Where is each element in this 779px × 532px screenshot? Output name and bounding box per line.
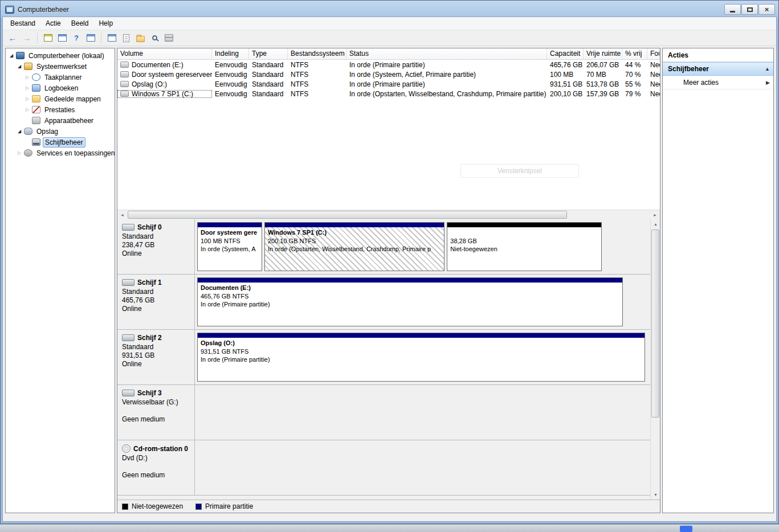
disk-info-schijf1[interactable]: Schijf 1 Standaard 465,76 GB Online	[117, 275, 195, 329]
back-icon: ←	[9, 34, 17, 42]
column-header-bestandssysteem[interactable]: Bestandssysteem	[288, 48, 346, 59]
menu-actie[interactable]: Actie	[40, 18, 66, 29]
volume-row-documenten[interactable]: Documenten (E:) Eenvoudig Standaard NTFS…	[117, 60, 660, 69]
properties-icon	[87, 34, 95, 42]
menu-beeld[interactable]: Beeld	[66, 18, 94, 29]
partition-windows7[interactable]: Windows 7 SP1 (C:) 200,10 GB NTFS In ord…	[264, 222, 444, 271]
primary-partition-color-chip	[195, 504, 202, 510]
disk-drive-icon	[122, 334, 134, 341]
disk-management-button[interactable]	[162, 32, 175, 44]
event-viewer-icon	[32, 84, 40, 92]
scroll-down-button[interactable]: ▼	[651, 490, 660, 500]
disk-info-schijf2[interactable]: Schijf 2 Standaard 931,51 GB Online	[117, 330, 195, 384]
action-meer-acties[interactable]: Meer acties ▶	[663, 76, 773, 89]
tree-item-prestaties[interactable]: ▷ Prestaties	[7, 104, 113, 115]
disk-info-schijf0[interactable]: Schijf 0 Standaard 238,47 GB Online	[117, 219, 195, 274]
tree-item-computerbeheer[interactable]: ◢ Computerbeheer (lokaal)	[7, 50, 113, 61]
horizontal-scrollbar[interactable]: ◄ ►	[117, 210, 660, 219]
disk-row-schijf2: Schijf 2 Standaard 931,51 GB Online Opsl…	[117, 330, 650, 385]
new-window-button[interactable]	[105, 32, 118, 44]
column-header-indeling[interactable]: Indeling	[212, 48, 249, 59]
partition-opslag[interactable]: Opslag (O:) 931,51 GB NTFS In orde (Prim…	[197, 333, 645, 382]
tree-item-systeemwerkset[interactable]: ◢ Systeemwerkset	[7, 61, 113, 72]
collapsed-arrow-icon[interactable]: ▷	[16, 150, 23, 155]
volume-row-opslag[interactable]: Opslag (O:) Eenvoudig Standaard NTFS In …	[117, 79, 660, 89]
titlebar[interactable]: Computerbeheer ×	[1, 1, 778, 17]
column-header-type[interactable]: Type	[249, 48, 288, 59]
partition-documenten[interactable]: Documenten (E:) 465,76 GB NTFS In orde (…	[197, 277, 623, 326]
tree-item-logboeken[interactable]: ▷ Logboeken	[7, 83, 113, 93]
tree-item-apparaatbeheer[interactable]: Apparaatbeheer	[7, 115, 113, 126]
column-header-status[interactable]: Status	[346, 48, 547, 59]
close-button[interactable]: ×	[758, 4, 775, 15]
minimize-button[interactable]	[724, 4, 741, 15]
partition-unallocated[interactable]: 38,28 GB Niet-toegewezen	[447, 222, 602, 271]
column-header-pct-vrij[interactable]: % vrij	[622, 48, 647, 59]
show-console-tree-button[interactable]	[42, 32, 54, 44]
expanded-arrow-icon[interactable]: ◢	[16, 129, 23, 134]
disk-info-schijf3[interactable]: Schijf 3 Verwisselbaar (G:) Geen medium	[117, 385, 195, 440]
snip-watermark: Vensterknipsel	[460, 164, 579, 178]
scroll-up-button[interactable]: ▲	[651, 219, 660, 229]
tree-item-opslag[interactable]: ◢ Opslag	[7, 126, 113, 137]
vertical-scrollbar[interactable]: ▲ ▼	[650, 219, 660, 500]
cd-rom-icon	[122, 444, 130, 453]
scrollbar-track[interactable]	[651, 229, 660, 490]
scrollbar-track[interactable]	[127, 210, 650, 219]
removable-drive-icon	[122, 390, 134, 396]
tree-item-schijfbeheer[interactable]: Schijfbeheer	[7, 137, 113, 148]
column-header-volume[interactable]: Volume	[117, 48, 212, 59]
collapsed-arrow-icon[interactable]: ▷	[24, 75, 31, 80]
disk-drive-icon	[122, 224, 134, 231]
task-scheduler-icon	[32, 73, 40, 81]
tree-item-services[interactable]: ▷ Services en toepassingen	[7, 148, 113, 158]
volume-icon	[120, 71, 129, 77]
scrollbar-thumb[interactable]	[651, 230, 659, 418]
forward-button[interactable]: →	[21, 32, 33, 44]
column-header-capaciteit[interactable]: Capaciteit	[547, 48, 584, 59]
primary-partition-bar	[198, 223, 262, 227]
collapsed-arrow-icon[interactable]: ▷	[24, 85, 31, 91]
collapsed-arrow-icon[interactable]: ▷	[24, 107, 31, 112]
device-manager-icon	[32, 117, 40, 124]
column-header-vrije-ruimte[interactable]: Vrije ruimte	[584, 48, 622, 59]
expanded-arrow-icon[interactable]: ◢	[8, 53, 15, 58]
menu-bestand[interactable]: Bestand	[5, 18, 40, 29]
console-tree-panel: ◢ Computerbeheer (lokaal) ◢ Systeemwerks…	[5, 48, 115, 513]
app-icon	[5, 6, 14, 14]
back-button[interactable]: ←	[6, 32, 19, 44]
partition-systeem-gereserveerd[interactable]: Door systeem gere 100 MB NTFS In orde (S…	[197, 222, 262, 271]
help-button[interactable]: ?	[70, 32, 83, 44]
properties-button[interactable]	[84, 32, 97, 44]
taskbar-strip[interactable]	[0, 524, 779, 532]
action-schijfbeheer[interactable]: Schijfbeheer ▲	[663, 62, 773, 76]
disk-row-schijf3: Schijf 3 Verwisselbaar (G:) Geen medium	[117, 385, 650, 440]
chevron-right-icon[interactable]: ▶	[766, 80, 770, 85]
scrollbar-thumb[interactable]	[128, 211, 567, 219]
primary-partition-bar	[198, 333, 645, 338]
primary-partition-bar	[198, 278, 622, 283]
tree-item-taakplanner[interactable]: ▷ Taakplanner	[7, 72, 113, 83]
open-folder-button[interactable]	[134, 32, 146, 44]
export-list-button[interactable]	[120, 32, 132, 44]
find-button[interactable]	[148, 32, 161, 44]
disk-graph-cdrom0	[195, 440, 650, 495]
window-body: Bestand Actie Beeld Help ← → ? ◢	[2, 17, 777, 522]
chevron-up-icon[interactable]: ▲	[765, 66, 770, 72]
scroll-left-button[interactable]: ◄	[117, 210, 127, 220]
scroll-right-button[interactable]: ►	[650, 210, 660, 220]
disk-management-pane: Volume Indeling Type Bestandssysteem Sta…	[117, 48, 660, 513]
legend-unallocated: Niet-toegewezen	[122, 502, 183, 510]
show-action-pane-button[interactable]	[56, 32, 68, 44]
collapsed-arrow-icon[interactable]: ▷	[24, 96, 31, 101]
expanded-arrow-icon[interactable]: ◢	[16, 64, 23, 69]
volume-row-windows7[interactable]: Windows 7 SP1 (C:) Eenvoudig Standaard N…	[117, 89, 660, 99]
disk-management-icon	[32, 138, 40, 146]
volume-row-systeem-gereserveerd[interactable]: Door systeem gereserveerd Eenvoudig Stan…	[117, 69, 660, 79]
disk-info-cdrom0[interactable]: Cd-rom-station 0 Dvd (D:) Geen medium	[117, 440, 195, 495]
tree-item-gedeelde-mappen[interactable]: ▷ Gedeelde mappen	[7, 93, 113, 104]
volume-icon	[120, 91, 129, 97]
maximize-button[interactable]	[741, 4, 758, 15]
menu-help[interactable]: Help	[93, 18, 118, 29]
column-header-fouttolerantie[interactable]: Fou	[647, 48, 660, 59]
